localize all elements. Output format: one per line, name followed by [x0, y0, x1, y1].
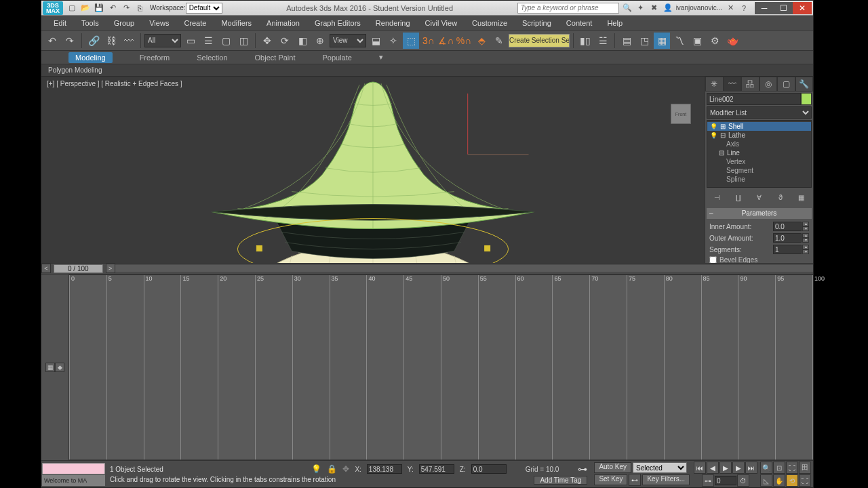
user-icon[interactable]: 👤 [663, 3, 673, 14]
menu-edit[interactable]: Edit [47, 18, 73, 28]
redo-icon[interactable]: ↷ [120, 2, 132, 14]
modstack-spline[interactable]: Spline [707, 175, 811, 184]
edit-selset-button[interactable]: ✎ [491, 33, 507, 49]
rect-select-button[interactable]: ▢ [218, 33, 234, 49]
lock-selection-icon[interactable]: 🔒 [327, 464, 337, 474]
scale-button[interactable]: ◧ [294, 33, 311, 49]
iso-key-icon[interactable]: ⊶ [578, 464, 587, 474]
time-config-button[interactable]: ⏱ [737, 474, 749, 487]
timeslider-handle[interactable]: 0 / 100 [54, 264, 103, 273]
unique-icon[interactable]: ∀ [753, 191, 766, 203]
setkey-button[interactable]: Set Key [594, 474, 627, 485]
menu-civil-view[interactable]: Civil View [418, 18, 464, 28]
modstack-line[interactable]: ⊟Line [707, 148, 811, 157]
link-button[interactable]: 🔗 [85, 33, 102, 49]
coord-toggle-icon[interactable]: ✥ [342, 464, 349, 474]
curve-editor-button[interactable]: 〽 [671, 33, 688, 49]
outer-amount-input[interactable] [773, 233, 802, 243]
help-icon[interactable]: ? [738, 3, 749, 14]
menu-views[interactable]: Views [142, 18, 176, 28]
refcoord-dropdown[interactable]: View [330, 34, 366, 47]
configure-icon[interactable]: ▦ [795, 191, 808, 203]
menu-rendering[interactable]: Rendering [369, 18, 417, 28]
object-color-swatch[interactable] [801, 93, 812, 105]
add-time-tag[interactable]: Add Time Tag [534, 476, 587, 485]
inner-amount-input[interactable] [773, 222, 802, 231]
link-icon[interactable]: ⎘ [134, 2, 146, 14]
mirror-button[interactable]: ▮▯ [577, 33, 593, 49]
motion-tab[interactable]: ◎ [760, 77, 778, 92]
favorite-icon[interactable]: ✕ [725, 3, 736, 14]
bind-button[interactable]: 〰 [121, 33, 137, 49]
modstack-segment[interactable]: Segment [707, 166, 811, 175]
zoom-extents-all-button[interactable]: 田 [799, 462, 811, 474]
move-button[interactable]: ✥ [259, 33, 275, 49]
spin-up[interactable]: ▴ [802, 222, 809, 226]
pivot-button[interactable]: ⬓ [368, 33, 384, 49]
menu-tools[interactable]: Tools [75, 18, 106, 28]
subscription-icon[interactable]: ✦ [635, 3, 646, 14]
menu-help[interactable]: Help [600, 18, 629, 28]
menu-scripting[interactable]: Scripting [515, 18, 558, 28]
manip-button[interactable]: ✧ [385, 33, 401, 49]
workspace-dropdown[interactable]: Default [186, 3, 222, 14]
selection-filter[interactable]: All [144, 34, 181, 47]
next-frame-button[interactable]: ▶ [732, 462, 745, 474]
search-icon[interactable]: 🔍 [622, 3, 633, 14]
x-input[interactable] [367, 464, 402, 474]
setkey-key-icon[interactable]: ⊷ [629, 474, 641, 486]
render-setup-button[interactable]: ⚙ [707, 33, 723, 49]
ribbon-tab-populate[interactable]: Populate [322, 54, 351, 62]
trackbar-key-icon[interactable]: ◆ [55, 363, 64, 372]
undo-icon[interactable]: ↶ [106, 2, 119, 14]
menu-content[interactable]: Content [559, 18, 599, 28]
spin-down[interactable]: ▾ [802, 226, 809, 231]
modstack-lathe[interactable]: 💡⊟Lathe [707, 131, 811, 140]
layers-button[interactable]: ▤ [618, 33, 635, 49]
y-input[interactable] [419, 464, 454, 474]
window-crossing-button[interactable]: ◫ [235, 33, 252, 49]
spinner-snap-button[interactable]: ⬘ [473, 33, 490, 49]
maximize-button[interactable]: ☐ [774, 2, 793, 14]
minimize-button[interactable]: ─ [755, 2, 774, 14]
timeslider-right[interactable]: > [106, 264, 115, 273]
angle-snap-button[interactable]: ∡∩ [438, 33, 454, 49]
ribbon-tab-modeling[interactable]: Modeling [68, 52, 113, 63]
z-input[interactable] [471, 464, 507, 474]
utilities-tab[interactable]: 🔧 [795, 77, 814, 92]
snap3-button[interactable]: 3∩ [420, 33, 437, 49]
parameters-rollout-header[interactable]: Parameters [707, 208, 812, 219]
menu-group[interactable]: Group [107, 18, 142, 28]
keymode-toggle-icon[interactable]: ⊶ [702, 474, 714, 487]
object-name-input[interactable] [707, 93, 801, 105]
schematic-button[interactable]: ◳ [636, 33, 652, 49]
menu-customize[interactable]: Customize [465, 18, 514, 28]
zoom-extents-button[interactable]: ⛶ [786, 462, 798, 474]
trackbar-open-icon[interactable]: ▦ [45, 363, 55, 372]
play-button[interactable]: ▶ [719, 462, 732, 474]
ribbon-tab-object-paint[interactable]: Object Paint [255, 54, 296, 62]
percent-snap-button[interactable]: %∩ [456, 33, 472, 49]
timeslider-left[interactable]: < [41, 264, 51, 273]
maximize-viewport-button[interactable]: ⛶ [799, 474, 811, 487]
app-logo[interactable]: 3DSMAX [43, 1, 63, 15]
timeslider-track[interactable] [115, 265, 813, 272]
orbit-button[interactable]: ⟲ [786, 474, 798, 487]
maxscript-mini[interactable] [42, 463, 105, 475]
rotate-button[interactable]: ⟳ [277, 33, 293, 49]
search-input[interactable] [517, 3, 619, 14]
autokey-button[interactable]: Auto Key [594, 462, 631, 473]
goto-end-button[interactable]: ⏭ [745, 462, 757, 474]
close-button[interactable]: ✕ [793, 2, 812, 14]
zoom-button[interactable]: 🔍 [760, 462, 772, 474]
keyfilters-button[interactable]: Key Filters... [642, 474, 690, 485]
modifier-list-dropdown[interactable]: Modifier List [707, 106, 812, 119]
open-icon[interactable]: 📂 [79, 2, 92, 14]
align-button[interactable]: ☱ [595, 33, 611, 49]
snap-toggle[interactable]: ⬚ [403, 33, 419, 49]
create-tab[interactable]: ✳ [705, 77, 724, 92]
current-frame-input[interactable] [715, 476, 736, 485]
menu-create[interactable]: Create [177, 18, 213, 28]
render-button[interactable]: 🫖 [724, 33, 741, 49]
remove-mod-icon[interactable]: ϑ [774, 191, 787, 203]
